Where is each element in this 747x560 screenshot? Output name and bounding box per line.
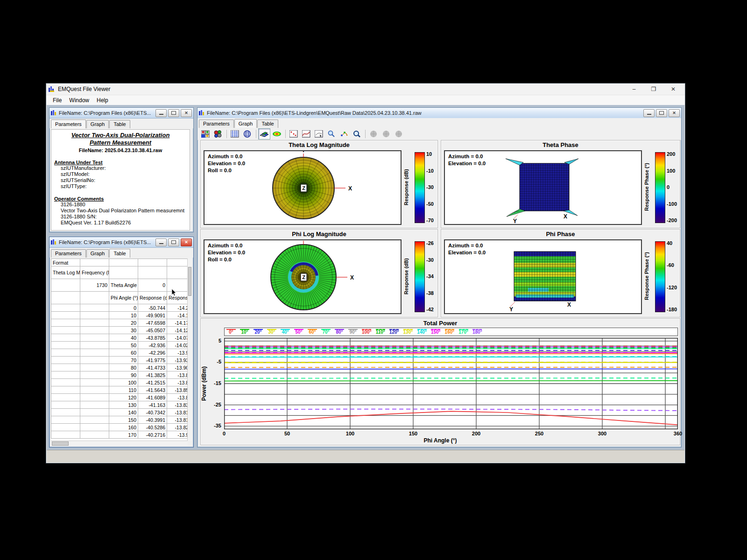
table-cell[interactable]: -13.818 bbox=[167, 409, 188, 416]
table-cell[interactable]: 40 bbox=[109, 334, 138, 342]
params-window-titlebar[interactable]: FileName: C:\Program Files (x86)\ETS... … bbox=[49, 108, 193, 119]
table-cell[interactable]: -13.909 bbox=[167, 364, 188, 371]
table-cell[interactable] bbox=[51, 342, 80, 349]
table-cell[interactable] bbox=[80, 401, 109, 409]
table-cell[interactable]: Theta Log Magnitude bbox=[51, 266, 80, 279]
point-edit-icon[interactable] bbox=[338, 128, 350, 140]
menu-item-window[interactable]: Window bbox=[65, 96, 93, 105]
table-cell[interactable] bbox=[80, 334, 109, 342]
table-cell[interactable]: -41.6089 bbox=[138, 394, 167, 401]
table-cell[interactable]: 130 bbox=[109, 401, 138, 409]
table-cell[interactable]: -41.163 bbox=[138, 401, 167, 409]
table-cell[interactable]: -13.824 bbox=[167, 424, 188, 431]
table-cell[interactable] bbox=[51, 416, 80, 424]
globe-icon[interactable] bbox=[241, 128, 254, 140]
table-cell[interactable]: -41.9775 bbox=[138, 357, 167, 364]
table-cell[interactable] bbox=[80, 431, 109, 439]
minimize-button[interactable]: – bbox=[624, 84, 644, 94]
table-cell[interactable] bbox=[51, 357, 80, 364]
table-cell[interactable] bbox=[51, 364, 80, 371]
table-window-titlebar[interactable]: FileName: C:\Program Files (x86)\ETS... … bbox=[49, 237, 193, 248]
table-cell[interactable]: -40.3991 bbox=[138, 416, 167, 424]
tab-table[interactable]: Table bbox=[109, 120, 130, 128]
table-cell[interactable] bbox=[138, 259, 167, 266]
table-cell[interactable] bbox=[80, 304, 109, 312]
table-cell[interactable]: -13.87 bbox=[167, 379, 188, 386]
table-cell[interactable] bbox=[80, 371, 109, 379]
table-cell[interactable] bbox=[51, 371, 80, 379]
table-cell[interactable]: 170 bbox=[109, 431, 138, 439]
table-cell[interactable] bbox=[167, 279, 188, 292]
zoom-icon[interactable] bbox=[325, 128, 338, 140]
table-cell[interactable]: -41.3825 bbox=[138, 371, 167, 379]
tab-graph[interactable]: Graph bbox=[86, 120, 109, 128]
menu-item-file[interactable]: File bbox=[49, 96, 65, 105]
table-cell[interactable] bbox=[109, 259, 138, 266]
table-cell[interactable]: -50.744 bbox=[138, 304, 167, 312]
table-cell[interactable] bbox=[51, 394, 80, 401]
table-cell[interactable]: -13.89 bbox=[167, 371, 188, 379]
table-cell[interactable] bbox=[80, 259, 109, 266]
table-cell[interactable]: Theta Angle (°) bbox=[109, 279, 138, 292]
child-restore-button[interactable] bbox=[168, 238, 179, 246]
table-cell[interactable] bbox=[80, 312, 109, 319]
table-cell[interactable] bbox=[80, 327, 109, 334]
table-cell[interactable]: -42.296 bbox=[138, 349, 167, 357]
table-cell[interactable]: -13.838 bbox=[167, 401, 188, 409]
restore-button[interactable]: ❐ bbox=[644, 84, 663, 94]
table-cell[interactable] bbox=[80, 349, 109, 357]
table-cell[interactable]: 30 bbox=[109, 327, 138, 334]
lasso-plot-icon[interactable] bbox=[313, 128, 325, 140]
table-cell[interactable]: -41.2515 bbox=[138, 379, 167, 386]
table-cell[interactable] bbox=[51, 431, 80, 439]
table-cell[interactable] bbox=[51, 279, 80, 292]
child-restore-button[interactable] bbox=[656, 109, 667, 117]
table-cell[interactable]: Response (dB) bbox=[138, 292, 167, 304]
table-cell[interactable]: 150 bbox=[109, 416, 138, 424]
table-cell[interactable] bbox=[51, 292, 80, 304]
table-cell[interactable] bbox=[51, 304, 80, 312]
table-cell[interactable] bbox=[80, 424, 109, 431]
table-cell[interactable] bbox=[80, 342, 109, 349]
tab-graph[interactable]: Graph bbox=[86, 249, 109, 258]
tab-graph[interactable]: Graph bbox=[234, 119, 257, 128]
horizontal-scrollbar[interactable] bbox=[51, 441, 188, 446]
table-cell[interactable]: 140 bbox=[109, 409, 138, 416]
tab-parameters[interactable]: Parameters bbox=[199, 119, 234, 128]
zoom-search-icon[interactable] bbox=[351, 128, 363, 140]
table-cell[interactable]: 100 bbox=[109, 379, 138, 386]
plot-area[interactable]: ZXYAzimuth = 0.0Elevation = 0.0Roll = 0.… bbox=[204, 150, 402, 225]
table-cell[interactable] bbox=[167, 259, 188, 266]
child-minimize-button[interactable] bbox=[155, 109, 167, 117]
table-cell[interactable]: 90 bbox=[109, 371, 138, 379]
table-cell[interactable] bbox=[51, 312, 80, 319]
table-cell[interactable] bbox=[80, 394, 109, 401]
total-power-chart[interactable] bbox=[224, 338, 678, 429]
table-cell[interactable]: 0 bbox=[138, 279, 167, 292]
table-cell[interactable]: -41.4733 bbox=[138, 364, 167, 371]
table-cell[interactable]: -14.079 bbox=[167, 334, 188, 342]
grid-chart-icon[interactable] bbox=[229, 128, 241, 140]
child-minimize-button[interactable] bbox=[155, 238, 167, 246]
table-cell[interactable] bbox=[80, 409, 109, 416]
table-cell[interactable] bbox=[51, 349, 80, 357]
table-cell[interactable] bbox=[80, 364, 109, 371]
graph-window-titlebar[interactable]: FileName: C:\Program Files (x86)\ETS-Lin… bbox=[197, 108, 681, 119]
table-cell[interactable]: 0 bbox=[109, 304, 138, 312]
table-cell[interactable]: -14.22 bbox=[167, 304, 188, 312]
table-cell[interactable]: -43.8785 bbox=[138, 334, 167, 342]
table-cell[interactable]: -13.85 bbox=[167, 394, 188, 401]
table-cell[interactable]: 60 bbox=[109, 349, 138, 357]
dot-plot-icon[interactable] bbox=[288, 128, 300, 140]
plot-area[interactable]: YXAzimuth = 0.0Elevation = 0.0 bbox=[444, 239, 642, 314]
child-restore-button[interactable] bbox=[168, 109, 179, 117]
table-cell[interactable] bbox=[167, 266, 188, 279]
table-cell[interactable] bbox=[80, 292, 109, 304]
table-cell[interactable]: -14.177 bbox=[167, 319, 188, 327]
table-cell[interactable]: -14.022 bbox=[167, 342, 188, 349]
table-cell[interactable]: -40.5286 bbox=[138, 424, 167, 431]
table-cell[interactable] bbox=[51, 401, 80, 409]
table-cell[interactable]: -14.122 bbox=[167, 327, 188, 334]
tab-parameters[interactable]: Parameters bbox=[51, 119, 86, 128]
child-close-button[interactable]: ✕ bbox=[181, 109, 192, 117]
